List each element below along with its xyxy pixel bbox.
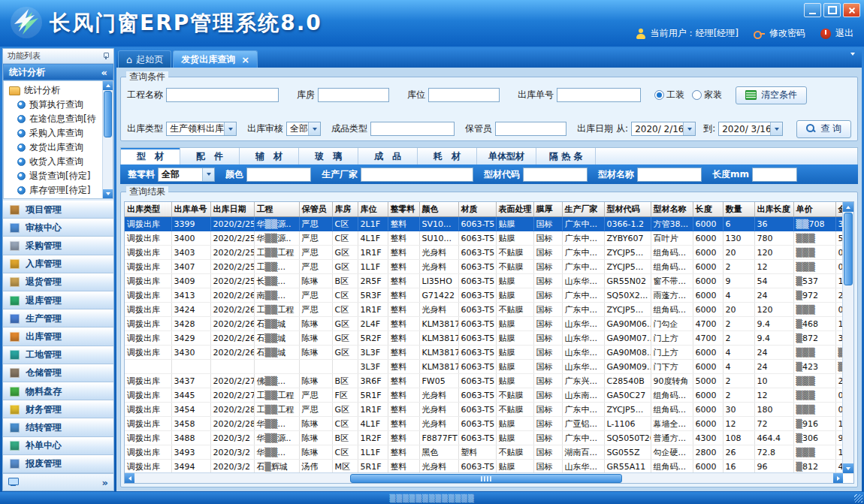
- scroll-up-icon[interactable]: [103, 81, 113, 90]
- scroll-down-icon[interactable]: [843, 463, 853, 473]
- material-tab-7[interactable]: 隔 热 条: [536, 148, 596, 164]
- tree-item[interactable]: 发货出库查询: [9, 140, 101, 155]
- table-row[interactable]: 调拨出库34292020/2/26石▒▒城陈琳G区5R2F整料KLM381760…: [125, 331, 854, 346]
- clear-conditions-button[interactable]: 清空条件: [736, 86, 807, 104]
- minimize-button[interactable]: [804, 3, 821, 17]
- column-header[interactable]: 出库长度: [754, 202, 793, 217]
- horizontal-scrollbar[interactable]: [125, 472, 843, 483]
- search-button[interactable]: 查 询: [796, 120, 851, 138]
- sidebar-module-production[interactable]: 生产管理: [3, 309, 113, 327]
- order-no-input[interactable]: [557, 88, 641, 102]
- table-row[interactable]: 调拨出库34032020/2/25工▒▒工程严思G区1R1F整料光身料6063-…: [125, 246, 854, 260]
- sidebar-module-inventory[interactable]: 物料盘存: [3, 382, 113, 400]
- sidebar-module-return-warehouse[interactable]: 退库管理: [3, 291, 113, 309]
- manufacturer-input[interactable]: [361, 167, 473, 182]
- column-header[interactable]: 表面处理: [496, 202, 533, 217]
- tree-item[interactable]: 预算执行查询: [9, 98, 101, 112]
- more-buttons-icon[interactable]: »: [102, 477, 108, 488]
- sidebar-module-site[interactable]: 工地管理: [3, 346, 113, 364]
- sidebar-module-purchase[interactable]: 采购管理: [3, 237, 113, 255]
- column-header[interactable]: 出库日期: [210, 202, 254, 217]
- resize-grip[interactable]: [854, 494, 862, 502]
- table-row[interactable]: 调拨出库34092020/2/25长▒▒...陈琳B区2R5F整料LI35HO6…: [125, 274, 854, 288]
- profile-name-input[interactable]: [637, 167, 702, 182]
- table-row[interactable]: 3L3F整料KLM38176063-T5贴膜国标山东华...GA90M09...…: [125, 360, 854, 374]
- logout-button[interactable]: 退出: [835, 27, 853, 40]
- table-row[interactable]: 调拨出库34132020/2/26南▒▒...严思C区5R3F整料G714226…: [125, 288, 854, 303]
- sidebar-module-storage[interactable]: 仓储管理: [3, 364, 113, 382]
- column-header[interactable]: 库位: [358, 202, 388, 217]
- column-header[interactable]: 出库单号: [171, 202, 210, 217]
- vertical-scrollbar[interactable]: [842, 202, 853, 473]
- whole-part-select[interactable]: 全部: [158, 167, 215, 182]
- sidebar-module-carryover[interactable]: 结转管理: [3, 418, 113, 436]
- column-header[interactable]: 保管员: [299, 202, 332, 217]
- column-header[interactable]: 型材代码: [604, 202, 651, 217]
- column-header[interactable]: 膜厚: [533, 202, 562, 217]
- tab-shipment-outbound-query[interactable]: 发货出库查询 ×: [173, 50, 258, 68]
- scroll-thumb[interactable]: [844, 213, 853, 285]
- material-tab-2[interactable]: 辅 材: [240, 148, 299, 164]
- date-to-select[interactable]: 2020/ 3/16: [718, 122, 783, 136]
- sidebar-module-supplement[interactable]: 补单中心: [3, 437, 113, 455]
- sidebar-module-outbound[interactable]: 出库管理: [3, 327, 113, 346]
- warehouse-input[interactable]: [318, 88, 389, 102]
- tree-item[interactable]: 采购入库查询: [9, 126, 101, 140]
- scroll-left-icon[interactable]: [125, 473, 134, 483]
- scroll-right-icon[interactable]: [833, 473, 843, 483]
- sidebar-module-scrap[interactable]: 报废管理: [3, 455, 113, 473]
- radio-homewear[interactable]: 家装: [692, 89, 722, 101]
- table-row[interactable]: 调拨出库34372020/2/27佛▒▒...陈琳B区3R6F整料FW05606…: [125, 374, 854, 388]
- sidebar-module-inbound[interactable]: 入库管理: [3, 255, 113, 273]
- table-row[interactable]: 调拨出库34002020/2/25华▒▒源..严思C区4L1F整料SU10...…: [125, 231, 854, 246]
- table-row[interactable]: 调拨出库34282020/2/26石▒▒城陈琳G区2L4F整料KLM381760…: [125, 317, 854, 331]
- table-row[interactable]: 调拨出库34582020/2/28华▒▒...陈琳C区4L1F整料光身料6063…: [125, 417, 854, 431]
- table-row[interactable]: 调拨出库34542020/2/28工▒▒工程严思G区1R1F整料光身料6063-…: [125, 403, 854, 417]
- length-input[interactable]: [752, 167, 797, 182]
- table-row[interactable]: 调拨出库34452020/2/27工▒▒工程严思F区5R1F整料光身料6063-…: [125, 388, 854, 403]
- maximize-button[interactable]: [823, 3, 841, 17]
- column-header[interactable]: 出库类型: [125, 202, 171, 217]
- outbound-audit-select[interactable]: 全部: [286, 122, 321, 136]
- product-type-input[interactable]: [370, 122, 455, 136]
- table-row[interactable]: 调拨出库34302020/2/26石▒▒城陈琳G区3L3F整料KLM381760…: [125, 346, 854, 360]
- table-row[interactable]: 调拨出库34072020/2/25工▒▒...严思G区1L1F整料光身料6063…: [125, 260, 854, 274]
- keeper-input[interactable]: [495, 122, 566, 136]
- column-header[interactable]: 工程: [254, 202, 299, 217]
- tree-item[interactable]: 退货查询[待定]: [9, 169, 101, 183]
- scroll-thumb[interactable]: [350, 474, 622, 483]
- column-header[interactable]: 单价: [793, 202, 835, 217]
- column-header[interactable]: 整零料: [388, 202, 419, 217]
- table-row[interactable]: 调拨出库33992020/2/25华▒▒源..严思C区2L1F整料SV10...…: [125, 217, 854, 231]
- sidebar-module-audit-center[interactable]: 审核中心: [3, 219, 113, 237]
- column-header[interactable]: 数量: [723, 202, 754, 217]
- tab-list-dropdown-icon[interactable]: [850, 56, 855, 70]
- tab-start-page[interactable]: ⌂ 起始页: [118, 50, 171, 68]
- project-name-input[interactable]: [166, 88, 279, 102]
- tree-item[interactable]: 库存管理[待定]: [9, 183, 101, 198]
- outbound-type-select[interactable]: 生产领料出库: [166, 122, 237, 136]
- close-button[interactable]: [843, 3, 860, 17]
- change-password-link[interactable]: 修改密码: [769, 27, 805, 40]
- material-tab-6[interactable]: 单体型材: [477, 148, 536, 164]
- scroll-down-icon[interactable]: [103, 189, 113, 198]
- profile-code-input[interactable]: [523, 167, 588, 182]
- column-header[interactable]: 颜色: [419, 202, 458, 217]
- table-row[interactable]: 调拨出库34942020/3/2石▒辉城汤伟M区5R1F整料光身料6063-T5…: [125, 460, 854, 474]
- tree-item[interactable]: 在途信息查询[待: [9, 112, 101, 126]
- tree-scrollbar[interactable]: [102, 81, 113, 198]
- tree-root[interactable]: 统计分析: [9, 83, 101, 98]
- tab-close-icon[interactable]: ×: [241, 54, 249, 65]
- table-row[interactable]: 调拨出库34242020/2/26工▒▒工程严思C区1R1F整料光身料6063-…: [125, 303, 854, 317]
- material-tab-1[interactable]: 配 件: [180, 148, 240, 164]
- sidebar-module-return-goods[interactable]: 退货管理: [3, 273, 113, 291]
- column-header[interactable]: 型材名称: [651, 202, 693, 217]
- table-row[interactable]: 调拨出库34932020/3/2华▒▒...陈琳C区1L1F整料黑色塑料不贴膜国…: [125, 445, 854, 460]
- tree-item[interactable]: 收货入库查询: [9, 155, 101, 169]
- monitor-icon[interactable]: [8, 478, 19, 487]
- material-tab-4[interactable]: 成 品: [358, 148, 418, 164]
- column-header[interactable]: 库房: [332, 202, 358, 217]
- location-input[interactable]: [428, 88, 500, 102]
- column-header[interactable]: 长度: [693, 202, 723, 217]
- collapse-icon[interactable]: «: [101, 67, 107, 78]
